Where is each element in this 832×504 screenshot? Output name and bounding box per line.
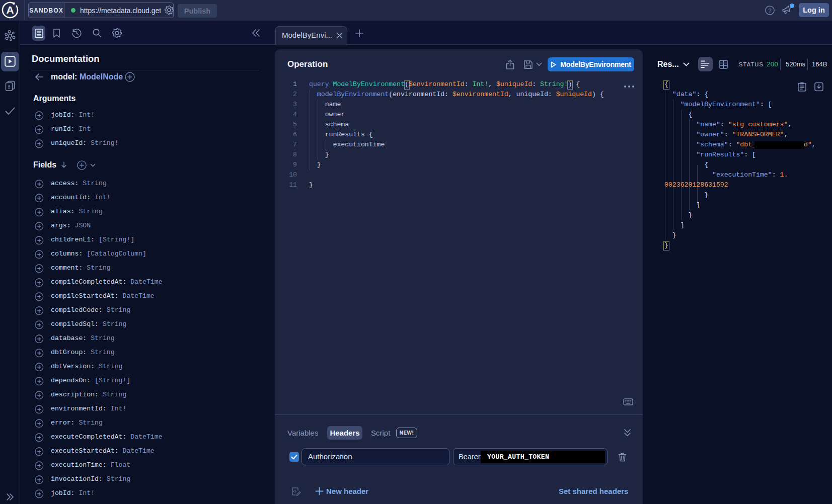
- svg-text:A: A: [6, 4, 14, 16]
- svg-text:?: ?: [768, 8, 771, 14]
